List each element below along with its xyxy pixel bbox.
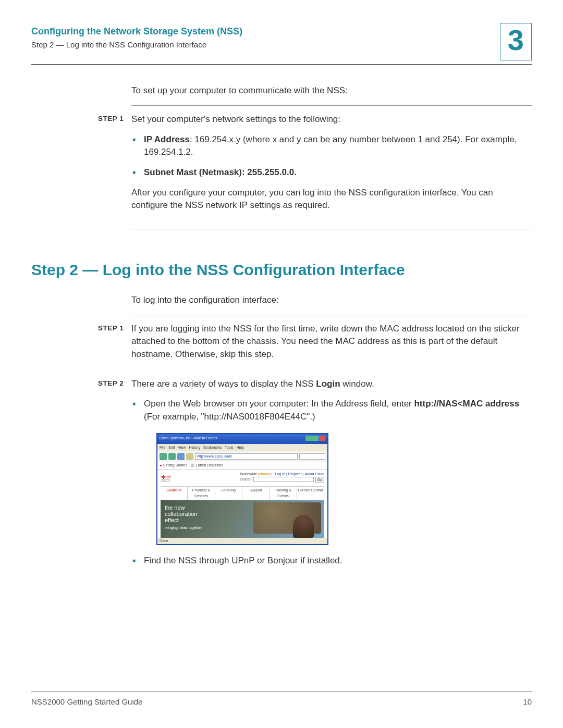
step1-after-text: After you configure your computer, you c… — [131, 187, 532, 212]
fig-menu-file: File — [160, 445, 165, 450]
step1-text: Set your computer's network settings to … — [131, 113, 532, 126]
fig-reload-icon — [177, 453, 185, 460]
fig-back-icon — [160, 453, 167, 460]
fig-cisco-logo: ·ı|ı·ı|ı· CISCO — [161, 475, 171, 482]
fig-search-box — [299, 453, 325, 460]
step1-bullet-ip: IP Address: 169.254.x.y (where x and y c… — [131, 133, 532, 159]
fig-go-button: Go — [315, 477, 324, 483]
ip-address-label: IP Address — [144, 134, 190, 144]
s2-bullet-browser: Open the Web browser on your computer: I… — [131, 398, 532, 545]
fig-menu-tools: Tools — [225, 445, 233, 450]
fig-tab-support: Support — [242, 487, 270, 499]
fig-menu-edit: Edit — [168, 445, 175, 450]
fig-top-links: Log In | Register | About Cisco — [275, 472, 324, 476]
fig-url-bar: http://www.cisco.com/ — [195, 453, 298, 460]
section1-rule-bottom — [131, 229, 532, 229]
fig-tabs: Solutions Products & Services Ordering S… — [161, 486, 324, 500]
chapter-number: 3 — [508, 26, 524, 55]
fig-menubar: File Edit View History Bookmarks Tools H… — [157, 444, 327, 451]
section1-intro: To set up your computer to communicate w… — [131, 85, 532, 96]
chapter-number-box: 3 — [500, 23, 532, 60]
fig-tab-partner: Partner Central — [297, 487, 324, 499]
chapter-title: Configuring the Network Storage System (… — [31, 26, 500, 37]
ip-address-text: : 169.254.x.y (where x and y can be any … — [144, 134, 517, 157]
s2-bullet-upnp: Find the NSS through UPnP or Bonjour if … — [131, 554, 532, 567]
netmask-label: Subnet Mast (Netmask) — [144, 167, 242, 177]
fig-window-buttons — [305, 436, 325, 442]
netmask-text: : 255.255.0.0. — [242, 167, 297, 177]
fig-change: [change] — [258, 472, 272, 476]
fig-navbar: http://www.cisco.com/ — [157, 451, 327, 462]
fig-menu-help: Help — [237, 445, 244, 450]
footer-doc-title: NSS2000 Getting Started Guide — [31, 697, 142, 706]
fig-menu-bookmarks: Bookmarks — [203, 445, 222, 450]
s2-step2-label: STEP 2 — [98, 379, 124, 387]
s2-b1-bold: http://NAS<MAC address — [414, 399, 519, 409]
footer-page-number: 10 — [523, 697, 532, 706]
step1-bullet-netmask: Subnet Mast (Netmask): 255.255.0.0. — [131, 166, 532, 179]
s2-step1-text: If you are logging into the NSS for the … — [131, 323, 532, 361]
fig-bm2: Latest Headlines — [196, 463, 223, 467]
fig-home-icon — [186, 453, 193, 460]
fig-worldwide: Worldwide — [240, 472, 257, 476]
header-rule — [31, 64, 532, 65]
breadcrumb: Step 2 — Log into the NSS Configuration … — [31, 40, 500, 49]
page-footer: NSS2000 Getting Started Guide 10 — [31, 692, 532, 706]
fig-bookmark-bar: ● Getting Started 📰 Latest Headlines — [157, 462, 327, 470]
s2-step2-pre: There are a variety of ways to display t… — [131, 379, 316, 389]
fig-search-label: Search — [240, 477, 251, 483]
step1-label: STEP 1 — [98, 115, 124, 122]
browser-screenshot-figure: Cisco Systems, Inc - Mozilla Firefox Fil… — [156, 433, 328, 545]
section2-rule-top — [131, 315, 532, 315]
fig-status-bar: Done — [157, 538, 327, 544]
section1-rule-top — [131, 105, 532, 106]
fig-tab-ordering: Ordering — [215, 487, 242, 499]
s2-b1-pre: Open the Web browser on your computer: I… — [144, 399, 414, 409]
section2-heading: Step 2 — Log into the NSS Configuration … — [31, 261, 532, 279]
fig-bm1: Getting Started — [163, 463, 187, 467]
fig-hero-banner: the new collaboration effect bringing id… — [161, 500, 324, 538]
fig-tab-products: Products & Services — [188, 487, 215, 499]
fig-tab-training: Training & Events — [270, 487, 297, 499]
s2-step2-post: window. — [340, 379, 374, 389]
fig-tab-solutions: Solutions — [161, 487, 188, 499]
fig-menu-history: History — [189, 445, 200, 450]
s2-step2-bold: Login — [316, 379, 340, 389]
fig-window-title: Cisco Systems, Inc - Mozilla Firefox — [160, 436, 217, 442]
s2-step1-label: STEP 1 — [98, 324, 124, 332]
fig-fwd-icon — [168, 453, 176, 460]
fig-search-input — [253, 477, 314, 482]
s2-b1-post: (For example, "http://NAS0018F804E44C".) — [144, 412, 315, 422]
fig-menu-view: View — [178, 445, 186, 450]
s2-step2-text: There are a variety of ways to display t… — [131, 378, 532, 391]
section2-intro: To log into the configuration interface: — [131, 295, 532, 305]
